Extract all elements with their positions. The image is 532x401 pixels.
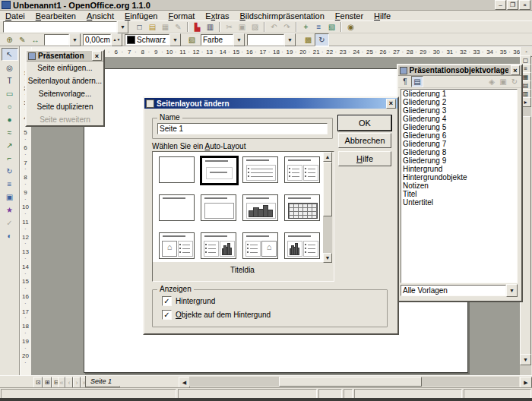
chevron-down-icon[interactable]: ▼ xyxy=(69,33,81,46)
export-pdf-button[interactable]: ▙ xyxy=(191,21,204,33)
previous-page-button[interactable]: ‹ xyxy=(65,377,73,388)
gallery-button[interactable]: ▧ xyxy=(325,21,338,33)
menu-fenster[interactable]: Fenster xyxy=(330,11,369,21)
style-item-hintergrundobjekte[interactable]: Hintergrundobjekte xyxy=(401,173,517,182)
scroll-down-icon[interactable]: ▼ xyxy=(520,354,531,365)
fill-type-value[interactable]: Farbe xyxy=(201,34,233,46)
menu-einfgen[interactable]: Einfügen xyxy=(119,11,163,21)
menu-format[interactable]: Format xyxy=(163,11,200,21)
style-item-gliederung-4[interactable]: Gliederung 4 xyxy=(401,115,517,123)
presentation-command-seite-duplizieren[interactable]: Seite duplizieren xyxy=(27,100,103,113)
style-item-untertitel[interactable]: Untertitel xyxy=(401,198,517,207)
interaction-button[interactable]: ✓ xyxy=(2,217,17,229)
objekte-auf-dem-hintergund-checkbox[interactable]: ✓ xyxy=(162,310,172,320)
style-item-gliederung-5[interactable]: Gliederung 5 xyxy=(401,123,517,131)
style-item-titel[interactable]: Titel xyxy=(401,190,517,198)
open-button[interactable]: ▤ xyxy=(146,21,159,33)
layout-option-title-image-bullets[interactable]: ⌂ xyxy=(159,232,195,259)
help-button[interactable]: Hilfe xyxy=(338,151,391,166)
presentation-toolbar-titlebar[interactable]: Präsentation × xyxy=(27,51,103,62)
menu-hilfe[interactable]: Hilfe xyxy=(369,11,396,21)
horizontal-scrollbar-thumb[interactable] xyxy=(279,377,422,387)
alignment-button[interactable]: ≡ xyxy=(2,178,17,190)
ellipse-button[interactable]: ○ xyxy=(2,101,17,112)
controller-3d-button[interactable]: ◐ xyxy=(2,230,17,242)
tab-seite-1[interactable]: Seite 1 xyxy=(85,376,120,387)
line-style-select[interactable]: ▼ xyxy=(44,34,81,46)
style-item-gliederung-6[interactable]: Gliederung 6 xyxy=(401,131,517,140)
curve-button[interactable]: ≈ xyxy=(2,127,17,138)
style-item-gliederung-1[interactable]: Gliederung 1 xyxy=(401,90,517,98)
line-width-stepper[interactable]: 0,00cm ▲▼ xyxy=(83,34,122,46)
shadow-button[interactable]: ▩ xyxy=(302,34,315,46)
close-icon[interactable]: × xyxy=(92,51,102,61)
effects-button[interactable]: ★ xyxy=(2,204,17,216)
layout-option-title-bullets-image[interactable]: ⌂ xyxy=(242,232,278,259)
layout-option-title-subtitle[interactable] xyxy=(201,156,238,185)
layout-option-title-chart-bullets[interactable] xyxy=(284,232,320,259)
chevron-down-icon[interactable]: ▼ xyxy=(169,33,181,46)
close-icon[interactable]: × xyxy=(511,65,520,75)
style-item-hintergrund[interactable]: Hintergrund xyxy=(401,165,517,173)
fill-type-select[interactable]: Farbe ▼ xyxy=(201,34,245,46)
ok-button[interactable]: OK xyxy=(338,115,391,131)
style-item-gliederung-9[interactable]: Gliederung 9 xyxy=(401,156,517,165)
layout-option-title-bullets-chart[interactable] xyxy=(201,232,236,259)
url-combobox[interactable]: ▼ xyxy=(3,21,128,33)
layout-scrollbar-thumb[interactable] xyxy=(323,162,332,216)
connector-button[interactable]: ⌐ xyxy=(2,153,17,164)
presentation-command-seitenvorlage[interactable]: Seitenvorlage... xyxy=(27,87,103,100)
layout-option-blank[interactable] xyxy=(159,156,195,183)
spinner-icon[interactable]: ▲▼ xyxy=(111,33,122,46)
rotate-button[interactable]: ↻ xyxy=(2,166,17,177)
layout-option-title-two-bullets[interactable] xyxy=(284,156,320,183)
dialog-titlebar[interactable]: Seitenlayout ändern × xyxy=(144,98,397,109)
presentation-command-seite-einfügen[interactable]: Seite einfügen... xyxy=(27,62,103,74)
line-style-value[interactable] xyxy=(44,34,69,46)
scroll-down-icon[interactable]: ▼ xyxy=(323,253,332,263)
menu-datei[interactable]: Datei xyxy=(0,11,30,21)
menu-ansicht[interactable]: Ansicht xyxy=(81,11,119,21)
rotate-mode-button[interactable]: ↻ xyxy=(315,33,329,46)
scroll-left-icon[interactable]: ◀ xyxy=(179,377,190,388)
chevron-down-icon[interactable]: ▼ xyxy=(284,33,296,46)
master-mode-button[interactable]: ⊞ xyxy=(43,377,52,388)
menu-bildschirmprsentation[interactable]: Bildschirmpräsentation xyxy=(235,11,330,21)
area-dialog-button[interactable]: ▧ xyxy=(185,34,198,46)
line-dialog-button[interactable]: ✎ xyxy=(16,34,29,46)
layout-option-title-chart[interactable] xyxy=(242,194,278,221)
arrange-button[interactable]: ▣ xyxy=(2,191,17,203)
layout-option-title-only[interactable] xyxy=(159,194,195,221)
url-combobox-value[interactable] xyxy=(3,21,117,33)
presentation-styles-button[interactable]: ▤ xyxy=(411,76,423,87)
line-width-value[interactable]: 0,00cm xyxy=(83,34,111,46)
objects-3d-button[interactable]: ● xyxy=(2,114,17,125)
chevron-down-icon[interactable]: ▼ xyxy=(233,33,245,46)
style-filter-value[interactable]: Alle Vorlagen xyxy=(401,285,506,296)
presentation-command-seitenlayout-ändern[interactable]: Seitenlayout ändern... xyxy=(27,74,103,87)
minimize-button[interactable]: – xyxy=(495,0,506,10)
zoom-button[interactable]: ◎ xyxy=(2,62,17,74)
zoom-camera-button[interactable]: ◉ xyxy=(344,21,357,33)
fill-color-select[interactable]: ▼ xyxy=(247,34,296,46)
menu-extras[interactable]: Extras xyxy=(200,11,234,21)
horizontal-scrollbar[interactable] xyxy=(189,377,519,387)
name-input[interactable] xyxy=(157,123,328,134)
rectangle-button[interactable]: ▭ xyxy=(2,88,17,99)
menu-bearbeiten[interactable]: Bearbeiten xyxy=(30,11,81,21)
layout-option-title-bullets[interactable] xyxy=(242,156,278,183)
print-button[interactable]: ▥ xyxy=(204,21,217,33)
layout-option-title-frame[interactable] xyxy=(201,194,236,221)
next-page-button[interactable]: › xyxy=(73,377,81,388)
restore-button[interactable]: ❐ xyxy=(507,0,518,10)
line-color-select[interactable]: Schwarz ▼ xyxy=(125,34,181,46)
cancel-button[interactable]: Abbrechen xyxy=(338,133,391,148)
page-mode-button[interactable]: ⊡ xyxy=(33,377,43,388)
stylist-titlebar[interactable]: Präsentationsobjektvorlagen × xyxy=(398,65,521,76)
close-icon[interactable]: × xyxy=(386,99,396,109)
first-page-button[interactable]: « xyxy=(58,377,65,388)
style-filter-select[interactable]: Alle Vorlagen ▼ xyxy=(401,285,518,296)
styles-list[interactable]: Gliederung 1Gliederung 2Gliederung 3Glie… xyxy=(401,89,518,283)
arrow-ends-button[interactable]: ↔ xyxy=(29,34,42,46)
line-color-value[interactable]: Schwarz xyxy=(137,35,166,45)
